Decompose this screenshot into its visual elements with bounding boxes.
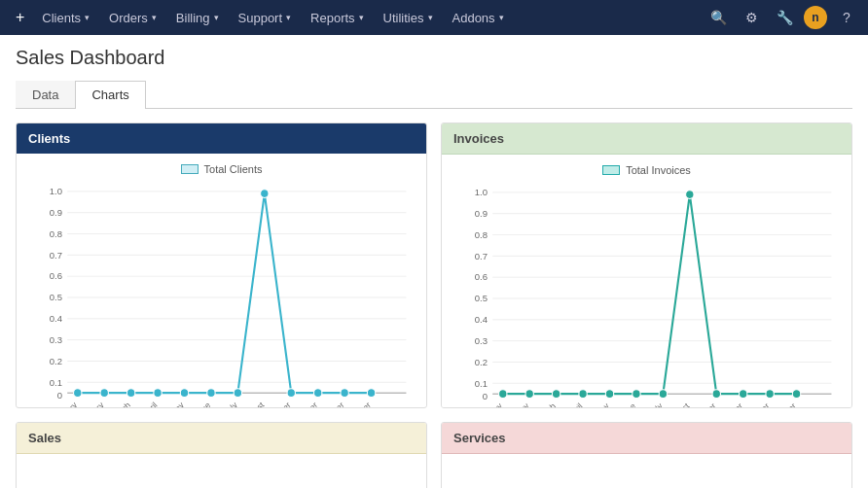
services-chart-card: Services	[441, 422, 852, 488]
svg-text:May: May	[594, 401, 612, 408]
nav-billing[interactable]: Billing ▾	[166, 0, 229, 35]
svg-text:0.7: 0.7	[475, 250, 488, 261]
svg-text:January: January	[52, 400, 80, 408]
tab-data[interactable]: Data	[16, 81, 75, 108]
chevron-down-icon: ▾	[428, 13, 433, 22]
svg-point-74	[659, 390, 667, 399]
svg-text:0.6: 0.6	[475, 271, 488, 282]
svg-text:April: April	[141, 400, 160, 408]
svg-text:October: October	[717, 401, 744, 408]
svg-point-28	[234, 389, 241, 398]
invoices-legend-box	[602, 165, 620, 175]
svg-point-69	[525, 390, 533, 399]
nav-orders[interactable]: Orders ▾	[99, 0, 166, 35]
chevron-down-icon: ▾	[499, 13, 504, 22]
svg-text:0.9: 0.9	[50, 207, 62, 218]
svg-text:0.2: 0.2	[475, 357, 488, 367]
network-icon[interactable]: ⚙	[738, 4, 765, 31]
nav-reports[interactable]: Reports ▾	[301, 0, 374, 35]
svg-point-31	[313, 389, 321, 398]
svg-point-22	[74, 389, 82, 398]
search-icon[interactable]: 🔍	[705, 4, 732, 31]
nav-clients[interactable]: Clients ▾	[32, 0, 99, 35]
svg-text:0.1: 0.1	[475, 377, 488, 388]
svg-text:October: October	[292, 400, 319, 408]
svg-text:0.5: 0.5	[475, 293, 488, 303]
svg-point-70	[552, 390, 560, 399]
svg-text:June: June	[618, 401, 637, 408]
svg-point-79	[792, 390, 800, 399]
svg-point-68	[499, 390, 507, 399]
invoices-chart-header: Invoices	[442, 123, 851, 155]
invoices-chart-svg: 1.0 0.9 0.8 0.7 0.6 0.5 0.4 0.3 0.2 0.1 …	[452, 182, 842, 408]
nav-support[interactable]: Support ▾	[229, 0, 302, 35]
svg-text:0: 0	[57, 389, 62, 400]
clients-chart-svg: 1.0 0.9 0.8 0.7 0.6 0.5 0.4 0.3 0.2 0.1 …	[26, 181, 416, 408]
svg-text:0.3: 0.3	[50, 334, 62, 345]
invoices-chart-body: Total Invoices 1.0	[442, 155, 851, 407]
services-chart-body	[442, 454, 851, 488]
svg-point-77	[739, 390, 746, 399]
sales-chart-body	[17, 454, 426, 488]
svg-point-30	[287, 389, 295, 398]
page-title: Sales Dashboard	[16, 47, 852, 69]
svg-point-26	[180, 389, 188, 398]
invoices-chart-legend: Total Invoices	[452, 164, 842, 176]
page-content: Sales Dashboard Data Charts Clients Tota…	[0, 35, 868, 488]
sales-chart-card: Sales	[16, 422, 427, 488]
svg-text:0.7: 0.7	[50, 249, 62, 260]
svg-text:0.8: 0.8	[475, 229, 488, 240]
nav-utilities[interactable]: Utilities ▾	[374, 0, 443, 35]
tabs-bar: Data Charts	[16, 81, 852, 109]
chevron-down-icon: ▾	[359, 13, 364, 22]
nav-plus-icon[interactable]: +	[8, 9, 32, 26]
svg-point-33	[367, 389, 375, 398]
svg-text:0.2: 0.2	[50, 356, 62, 366]
user-avatar[interactable]: n	[804, 6, 827, 29]
svg-text:July: July	[647, 401, 665, 408]
svg-point-72	[605, 390, 613, 399]
svg-text:0.9: 0.9	[475, 208, 488, 219]
svg-text:0: 0	[483, 390, 488, 401]
svg-point-29	[261, 190, 269, 198]
svg-text:1.0: 1.0	[475, 187, 488, 197]
svg-point-71	[579, 390, 587, 399]
svg-point-76	[712, 390, 720, 399]
svg-text:0.6: 0.6	[50, 270, 62, 281]
clients-chart-header: Clients	[17, 123, 426, 154]
svg-point-78	[766, 390, 774, 399]
svg-text:July: July	[222, 400, 239, 408]
charts-grid: Clients Total Clients	[16, 122, 852, 488]
top-nav: + Clients ▾ Orders ▾ Billing ▾ Support ▾…	[0, 0, 868, 35]
wrench-icon[interactable]: 🔧	[771, 4, 798, 31]
nav-addons[interactable]: Addons ▾	[443, 0, 514, 35]
svg-text:August: August	[241, 400, 267, 408]
svg-text:March: March	[534, 401, 558, 408]
tab-charts[interactable]: Charts	[75, 81, 145, 109]
svg-point-23	[100, 389, 108, 398]
nav-icons: 🔍 ⚙ 🔧 n ?	[705, 4, 860, 31]
help-icon[interactable]: ?	[833, 4, 860, 31]
svg-point-73	[633, 390, 640, 399]
svg-text:0.5: 0.5	[50, 292, 62, 302]
svg-point-32	[341, 389, 348, 398]
svg-text:0.3: 0.3	[475, 335, 488, 346]
chevron-down-icon: ▾	[85, 13, 90, 22]
clients-chart-body: Total Clients 1.0 0	[17, 154, 426, 406]
svg-point-25	[154, 389, 162, 398]
svg-text:1.0: 1.0	[50, 186, 62, 196]
svg-text:0.4: 0.4	[475, 314, 488, 325]
invoices-chart-card: Invoices Total Invoices	[441, 122, 852, 408]
clients-chart-legend: Total Clients	[26, 163, 416, 175]
svg-text:May: May	[168, 400, 187, 408]
svg-text:February: February	[76, 400, 106, 408]
clients-chart-card: Clients Total Clients	[16, 122, 427, 408]
svg-text:August: August	[667, 401, 692, 408]
svg-text:0.1: 0.1	[50, 376, 62, 387]
chevron-down-icon: ▾	[152, 13, 157, 22]
svg-text:June: June	[193, 400, 212, 408]
sales-chart-header: Sales	[17, 423, 426, 454]
chevron-down-icon: ▾	[286, 13, 291, 22]
chevron-down-icon: ▾	[214, 13, 219, 22]
services-chart-header: Services	[442, 423, 851, 454]
